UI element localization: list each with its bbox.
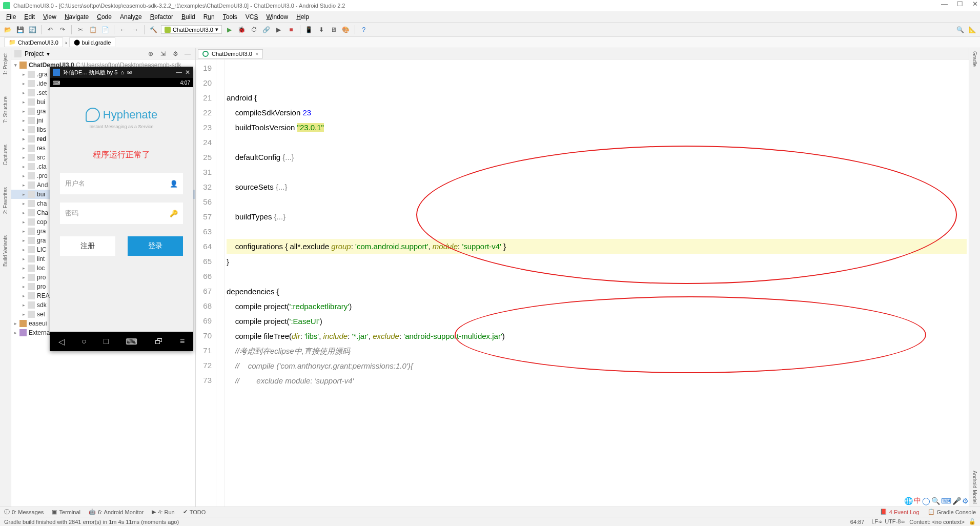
tool-android-model[interactable]: Android Model <box>971 468 978 507</box>
copy-icon[interactable]: 📋 <box>88 25 97 34</box>
mail-icon[interactable]: ✉ <box>127 69 132 76</box>
tool-project[interactable]: 1: Project <box>2 50 9 78</box>
code-editor[interactable]: 1920212223242531325657636465666768697071… <box>196 59 969 507</box>
menu-help[interactable]: Help <box>293 12 312 22</box>
floating-ime-icons[interactable]: 🌐 中 ◯ 🔍 ⌨ 🎤 ⚙ <box>904 496 969 505</box>
ime-settings-icon[interactable]: ⚙ <box>962 497 969 505</box>
ime-mic-icon[interactable]: 🎤 <box>952 497 961 505</box>
sync-icon[interactable]: 🔄 <box>28 25 37 34</box>
help-icon[interactable]: ? <box>359 25 369 34</box>
multiwindow-icon[interactable]: 🗗 <box>155 337 163 346</box>
project-view-label[interactable]: Project <box>25 50 44 57</box>
cut-icon[interactable]: ✂ <box>76 25 85 34</box>
menu-code[interactable]: Code <box>94 12 115 22</box>
stop-icon[interactable]: ■ <box>287 25 296 34</box>
emulator-title: 环信DE... 劲风版 by 5 <box>63 69 117 76</box>
ime-search-icon[interactable]: 🔍 <box>931 497 940 505</box>
open-icon[interactable]: 📂 <box>3 25 12 34</box>
hide-icon[interactable]: ― <box>183 49 192 58</box>
menu-build[interactable]: Build <box>178 12 198 22</box>
undo-icon[interactable]: ↶ <box>46 25 55 34</box>
register-button[interactable]: 注册 <box>60 236 115 256</box>
chevron-right-icon: › <box>65 39 67 46</box>
paste-icon[interactable]: 📄 <box>100 25 110 34</box>
layout-icon[interactable]: 🖥 <box>329 25 338 34</box>
menu-window[interactable]: Window <box>263 12 291 22</box>
forward-icon[interactable]: → <box>131 25 140 34</box>
attach-icon[interactable]: 🔗 <box>262 25 271 34</box>
coverage-icon[interactable]: ▶ <box>274 25 283 34</box>
tool-gradle[interactable]: Gradle <box>971 48 978 70</box>
password-field[interactable]: 密码 🔑 <box>60 203 183 224</box>
lock-icon[interactable]: 🔓 <box>969 518 976 525</box>
menu-icon[interactable]: ≡ <box>180 337 185 346</box>
minimize-button[interactable]: ― <box>941 0 948 8</box>
tool-run[interactable]: ▶ 4: Run <box>152 509 174 515</box>
tool-terminal[interactable]: ▣ Terminal <box>52 509 80 515</box>
username-field[interactable]: 用户名 👤 <box>60 173 183 194</box>
collapse-icon[interactable]: ⇲ <box>158 49 168 58</box>
keyboard-icon[interactable]: ⌨ <box>126 337 137 347</box>
fold-column[interactable] <box>216 59 224 507</box>
menu-file[interactable]: File <box>3 12 19 22</box>
event-log[interactable]: 📕 4 Event Log <box>880 509 920 515</box>
context-label[interactable]: Context: <no context> <box>909 519 965 525</box>
status-bar: Gradle build finished with 2841 error(s)… <box>0 517 980 526</box>
gradle-console[interactable]: 📋 Gradle Console <box>928 509 976 515</box>
breadcrumb-root[interactable]: 📁 ChatDemoUI3.0 <box>4 37 63 47</box>
emulator-window[interactable]: 环信DE... 劲风版 by 5 ⌂ ✉ ― ✕ ⌨ 4:07 Hyphenat… <box>50 67 193 351</box>
menu-analyze[interactable]: Analyze <box>117 12 145 22</box>
debug-icon[interactable]: 🐞 <box>237 25 247 34</box>
globe-icon[interactable]: 🌐 <box>904 497 913 505</box>
login-button[interactable]: 登录 <box>128 236 183 256</box>
status-message: 程序运行正常了 <box>93 150 150 160</box>
menubar: File Edit View Navigate Code Analyze Ref… <box>0 11 980 23</box>
project-structure-icon[interactable]: 📐 <box>968 25 977 34</box>
minimize-button[interactable]: ― <box>176 69 182 76</box>
ime-keyboard-icon[interactable]: ⌨ <box>941 497 951 505</box>
profile-icon[interactable]: ⏱ <box>250 25 259 34</box>
menu-refactor[interactable]: Refactor <box>147 12 176 22</box>
tool-structure[interactable]: 7: Structure <box>2 93 9 126</box>
save-icon[interactable]: 💾 <box>15 25 25 34</box>
back-icon[interactable]: ◁ <box>58 337 65 347</box>
menu-vcs[interactable]: VCS <box>242 12 261 22</box>
make-icon[interactable]: 🔨 <box>149 25 158 34</box>
back-icon[interactable]: ← <box>118 25 128 34</box>
menu-edit[interactable]: Edit <box>21 12 38 22</box>
target-icon[interactable]: ⊕ <box>146 49 155 58</box>
home-icon[interactable]: ⌂ <box>120 69 124 75</box>
close-button[interactable]: ✕ <box>972 0 978 8</box>
tool-captures[interactable]: Captures <box>2 141 9 169</box>
sdk-icon[interactable]: ⬇ <box>317 25 326 34</box>
theme-icon[interactable]: 🎨 <box>341 25 351 34</box>
editor-tab[interactable]: ChatDemoUI3.0 × <box>198 49 263 58</box>
tool-build-variants[interactable]: Build Variants <box>2 232 9 270</box>
tool-favorites[interactable]: 2: Favorites <box>2 184 9 217</box>
chevron-down-icon[interactable]: ▾ <box>47 50 50 57</box>
recents-icon[interactable]: □ <box>104 337 109 346</box>
run-icon[interactable]: ▶ <box>225 25 234 34</box>
code-content[interactable]: android { compileSdkVersion 23 buildTool… <box>224 59 969 507</box>
tool-messages[interactable]: ⓘ 0: Messages <box>4 508 44 516</box>
close-button[interactable]: ✕ <box>185 69 190 76</box>
breadcrumb-file[interactable]: ⬤ build.gradle <box>69 37 116 47</box>
menu-tools[interactable]: Tools <box>220 12 240 22</box>
tool-todo[interactable]: ✔ TODO <box>183 509 206 515</box>
tool-android-monitor[interactable]: 🤖 6: Android Monitor <box>89 509 144 515</box>
ime-ring-icon[interactable]: ◯ <box>922 497 930 505</box>
close-tab-icon[interactable]: × <box>255 51 258 57</box>
menu-view[interactable]: View <box>40 12 59 22</box>
file-encoding[interactable]: UTF-8≑ <box>885 518 905 525</box>
ime-zhong-icon[interactable]: 中 <box>914 496 921 505</box>
run-config-selector[interactable]: ChatDemoUI3.0 ▾ <box>161 25 222 34</box>
gear-icon[interactable]: ⚙ <box>171 49 180 58</box>
menu-navigate[interactable]: Navigate <box>62 12 92 22</box>
menu-run[interactable]: Run <box>200 12 218 22</box>
home-icon[interactable]: ○ <box>81 337 87 346</box>
maximize-button[interactable]: ☐ <box>957 0 963 8</box>
line-separator[interactable]: LF≑ <box>871 518 883 525</box>
redo-icon[interactable]: ↷ <box>58 25 67 34</box>
avd-icon[interactable]: 📱 <box>304 25 314 34</box>
search-icon[interactable]: 🔍 <box>955 25 965 34</box>
